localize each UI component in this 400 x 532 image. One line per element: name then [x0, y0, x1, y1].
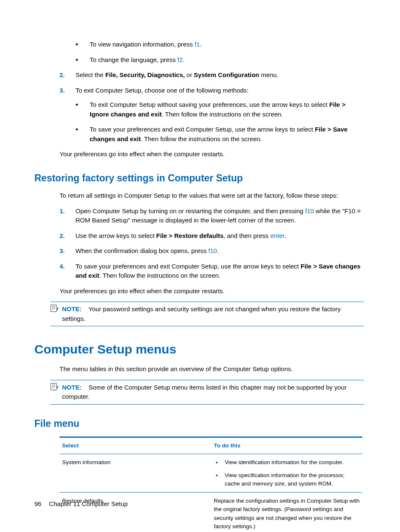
table-row: System information View identification i… [60, 454, 362, 493]
step-3: 3. To exit Computer Setup, choose one of… [60, 86, 364, 144]
note-text: Some of the Computer Setup menu items li… [62, 384, 347, 400]
heading-restore-factory: Restoring factory settings in Computer S… [34, 171, 364, 186]
list-item: View specification information for the p… [214, 471, 360, 488]
key-f10: f10 [305, 207, 314, 214]
nav-bullets: To view navigation information, press f1… [60, 40, 364, 65]
cell-select: System information [60, 454, 211, 493]
table-row: Restore defaults Replace the configurati… [60, 493, 362, 532]
note-menus: NOTE: Some of the Computer Setup menu it… [50, 380, 364, 405]
heading-computer-setup-menus: Computer Setup menus [34, 340, 364, 359]
page-number: 96 [34, 500, 42, 507]
key-f1: f1 [195, 41, 200, 48]
cell-todo: Replace the configuration settings in Co… [211, 493, 362, 532]
note-label: NOTE: [62, 384, 82, 391]
restore-step-1: 1. Open Computer Setup by turning on or … [60, 207, 364, 225]
chapter-label: Chapter 11 Computer Setup [49, 500, 128, 507]
page-footer: 96 Chapter 11 Computer Setup [34, 499, 127, 509]
svg-rect-0 [51, 305, 57, 312]
cell-select: Restore defaults [60, 493, 211, 532]
note-icon [50, 383, 59, 390]
file-menu-table: Select To do this System information Vie… [60, 436, 362, 532]
list-item: To view navigation information, press f1… [75, 40, 364, 49]
col-todo: To do this [211, 437, 362, 454]
key-enter: enter [270, 232, 284, 239]
key-f10: f10 [208, 247, 217, 254]
note-text: Your password settings and security sett… [62, 305, 341, 322]
restore-step-3: 3. When the confirmation dialog box open… [60, 246, 364, 256]
list-item: To exit Computer Setup without saving yo… [75, 100, 364, 119]
prefs-effect-text: Your preferences go into effect when the… [60, 150, 364, 159]
list-item: To change the language, press f2. [75, 55, 364, 65]
menus-intro-text: The menu tables in this section provide … [60, 364, 364, 374]
list-item: View identification information for the … [214, 458, 360, 467]
col-select: Select [60, 437, 211, 454]
restore-intro-text: To return all settings in Computer Setup… [60, 191, 364, 201]
prefs-effect-text-2: Your preferences go into effect when the… [60, 287, 364, 296]
note-icon [50, 305, 59, 312]
heading-file-menu: File menu [34, 416, 364, 431]
cell-todo: View identification information for the … [211, 454, 362, 493]
restore-step-2: 2. Use the arrow keys to select File > R… [60, 231, 364, 241]
restore-step-4: 4. To save your preferences and exit Com… [60, 262, 364, 281]
key-f2: f2 [177, 56, 183, 63]
list-item: To save your preferences and exit Comput… [75, 125, 364, 144]
svg-rect-4 [51, 383, 57, 390]
note-label: NOTE: [62, 305, 82, 312]
step-2: 2. Select the File, Security, Diagnostic… [60, 70, 364, 80]
note-restore: NOTE: Your password settings and securit… [50, 302, 364, 326]
